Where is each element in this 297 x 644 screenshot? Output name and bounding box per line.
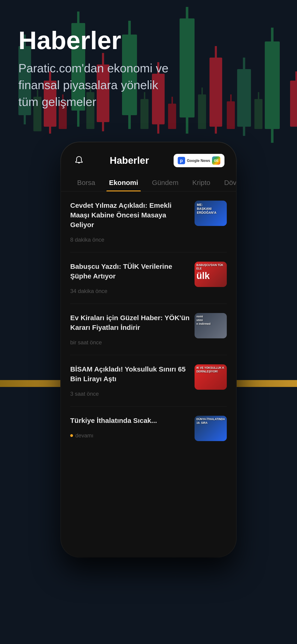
news-title: Ev Kiraları için Güzel Haber: YÖK'ün Kar… [70,313,190,332]
news-item[interactable]: Babuşcu Yazdı: TÜİK Verilerine Şüphe Art… [70,252,227,304]
news-item-content: Türkiye İthalatında Sıcak... devamı [70,416,190,439]
news-item-content: BİSAM Açıkladı! Yoksulluk Sınırı 65 Bin … [70,364,190,397]
svg-rect-5 [49,124,51,134]
tab-gundem[interactable]: Gündem [145,174,185,191]
news-time: 8 dakika önce [70,236,190,243]
tab-doviz[interactable]: Döviz [217,174,236,191]
news-title: Babuşcu Yazdı: TÜİK Verilerine Şüphe Art… [70,262,190,281]
tab-borsa[interactable]: Borsa [70,174,102,191]
hero-title: Haberler [18,28,278,53]
svg-rect-23 [215,124,217,134]
google-news-label: Google News [187,159,210,163]
news-item[interactable]: Cevdet Yılmaz Açıkladı: Emekli Maaşı Kab… [70,192,227,252]
dot-indicator [70,434,73,437]
news-time: bir saat önce [70,339,190,346]
paratic-logo: p [178,157,185,164]
phone-content: Haberler p Google News GE Borsa Ekonomi [61,142,236,557]
news-item-content: Babuşcu Yazdı: TÜİK Verilerine Şüphe Art… [70,262,190,294]
phone-title: Haberler [110,155,149,166]
news-title: Cevdet Yılmaz Açıkladı: Emekli Maaşı Kab… [70,200,190,230]
news-item[interactable]: Ev Kiraları için Güzel Haber: YÖK'ün Kar… [70,304,227,355]
news-thumbnail: BABUŞCU'DAN TÜK ELE ülk [194,262,227,287]
svg-rect-29 [271,127,274,143]
phone-wrapper: Haberler p Google News GE Borsa Ekonomi [0,142,297,580]
phone-frame: Haberler p Google News GE Borsa Ekonomi [61,142,236,557]
tab-kripto[interactable]: Kripto [185,174,217,191]
news-thumbnail: IK VE YOKSULLUK KDERİNLEŞİYOR! [194,364,227,390]
google-news-badge[interactable]: p Google News GE [174,154,224,167]
news-time: 3 saat önce [70,391,190,397]
news-thumbnail: ME:BAŞKANIERDOĞAN'A [194,200,227,226]
news-thumbnail: DÜNYA İTHALATINDA 19. SIRA [194,416,227,441]
tab-ekonomi[interactable]: Ekonomi [102,174,145,191]
hero-section: Haberler Paratic.com'dan ekonomi ve fina… [0,0,297,124]
phone-topbar: Haberler p Google News GE [61,147,236,172]
news-time: devamı [75,432,94,439]
news-time: 34 dakika önce [70,288,190,294]
news-item-content: Ev Kiraları için Güzel Haber: YÖK'ün Kar… [70,313,190,346]
ge-badge: GE [212,156,220,165]
hero-subtitle: Paratic.com'dan ekonomi ve finansal piya… [18,60,180,110]
news-title: BİSAM Açıkladı! Yoksulluk Sınırı 65 Bin … [70,364,190,384]
news-item[interactable]: BİSAM Açıkladı! Yoksulluk Sınırı 65 Bin … [70,355,227,406]
news-title: Türkiye İthalatında Sıcak... [70,416,190,426]
news-item[interactable]: Türkiye İthalatında Sıcak... devamı DÜNY… [70,406,227,446]
google-news-label-wrapper: Google News [187,159,210,163]
news-list: Cevdet Yılmaz Açıkladı: Emekli Maaşı Kab… [61,192,236,446]
news-item-content: Cevdet Yılmaz Açıkladı: Emekli Maaşı Kab… [70,200,190,243]
news-thumbnail: nomistimin indirmed [194,313,227,338]
tab-bar: Borsa Ekonomi Gündem Kripto Döviz [61,172,236,192]
bell-icon[interactable] [72,154,85,167]
svg-rect-26 [243,124,245,136]
